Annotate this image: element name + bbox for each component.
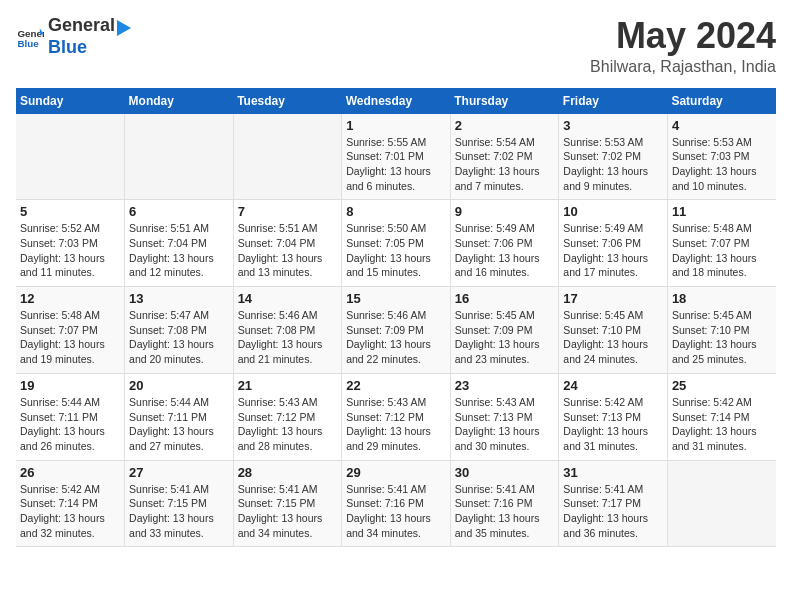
day-number: 12 bbox=[20, 291, 120, 306]
day-cell: 23Sunrise: 5:43 AM Sunset: 7:13 PM Dayli… bbox=[450, 373, 559, 460]
day-cell: 31Sunrise: 5:41 AM Sunset: 7:17 PM Dayli… bbox=[559, 460, 668, 547]
day-info: Sunrise: 5:53 AM Sunset: 7:02 PM Dayligh… bbox=[563, 135, 663, 194]
day-cell: 13Sunrise: 5:47 AM Sunset: 7:08 PM Dayli… bbox=[125, 287, 234, 374]
day-info: Sunrise: 5:52 AM Sunset: 7:03 PM Dayligh… bbox=[20, 221, 120, 280]
day-cell: 10Sunrise: 5:49 AM Sunset: 7:06 PM Dayli… bbox=[559, 200, 668, 287]
day-cell: 27Sunrise: 5:41 AM Sunset: 7:15 PM Dayli… bbox=[125, 460, 234, 547]
day-cell: 14Sunrise: 5:46 AM Sunset: 7:08 PM Dayli… bbox=[233, 287, 342, 374]
day-cell: 1Sunrise: 5:55 AM Sunset: 7:01 PM Daylig… bbox=[342, 114, 451, 200]
day-cell bbox=[125, 114, 234, 200]
day-number: 3 bbox=[563, 118, 663, 133]
day-info: Sunrise: 5:54 AM Sunset: 7:02 PM Dayligh… bbox=[455, 135, 555, 194]
logo-text-blue: Blue bbox=[48, 38, 133, 58]
day-info: Sunrise: 5:43 AM Sunset: 7:13 PM Dayligh… bbox=[455, 395, 555, 454]
day-cell: 21Sunrise: 5:43 AM Sunset: 7:12 PM Dayli… bbox=[233, 373, 342, 460]
day-cell bbox=[233, 114, 342, 200]
day-info: Sunrise: 5:46 AM Sunset: 7:08 PM Dayligh… bbox=[238, 308, 338, 367]
day-cell: 26Sunrise: 5:42 AM Sunset: 7:14 PM Dayli… bbox=[16, 460, 125, 547]
day-number: 8 bbox=[346, 204, 446, 219]
day-info: Sunrise: 5:51 AM Sunset: 7:04 PM Dayligh… bbox=[238, 221, 338, 280]
subtitle: Bhilwara, Rajasthan, India bbox=[590, 58, 776, 76]
day-info: Sunrise: 5:41 AM Sunset: 7:15 PM Dayligh… bbox=[129, 482, 229, 541]
day-number: 15 bbox=[346, 291, 446, 306]
day-number: 16 bbox=[455, 291, 555, 306]
day-cell: 18Sunrise: 5:45 AM Sunset: 7:10 PM Dayli… bbox=[667, 287, 776, 374]
header: General Blue General Blue May 2024 Bhilw… bbox=[16, 16, 776, 76]
day-number: 6 bbox=[129, 204, 229, 219]
day-cell: 2Sunrise: 5:54 AM Sunset: 7:02 PM Daylig… bbox=[450, 114, 559, 200]
day-info: Sunrise: 5:49 AM Sunset: 7:06 PM Dayligh… bbox=[455, 221, 555, 280]
day-info: Sunrise: 5:44 AM Sunset: 7:11 PM Dayligh… bbox=[129, 395, 229, 454]
svg-text:Blue: Blue bbox=[17, 38, 39, 49]
logo: General Blue General Blue bbox=[16, 16, 133, 58]
day-cell: 15Sunrise: 5:46 AM Sunset: 7:09 PM Dayli… bbox=[342, 287, 451, 374]
day-number: 24 bbox=[563, 378, 663, 393]
week-row-4: 19Sunrise: 5:44 AM Sunset: 7:11 PM Dayli… bbox=[16, 373, 776, 460]
day-cell: 5Sunrise: 5:52 AM Sunset: 7:03 PM Daylig… bbox=[16, 200, 125, 287]
day-info: Sunrise: 5:45 AM Sunset: 7:10 PM Dayligh… bbox=[672, 308, 772, 367]
day-number: 4 bbox=[672, 118, 772, 133]
day-number: 20 bbox=[129, 378, 229, 393]
day-number: 13 bbox=[129, 291, 229, 306]
day-info: Sunrise: 5:46 AM Sunset: 7:09 PM Dayligh… bbox=[346, 308, 446, 367]
day-cell: 4Sunrise: 5:53 AM Sunset: 7:03 PM Daylig… bbox=[667, 114, 776, 200]
column-header-tuesday: Tuesday bbox=[233, 88, 342, 114]
day-cell: 16Sunrise: 5:45 AM Sunset: 7:09 PM Dayli… bbox=[450, 287, 559, 374]
day-info: Sunrise: 5:48 AM Sunset: 7:07 PM Dayligh… bbox=[20, 308, 120, 367]
day-info: Sunrise: 5:51 AM Sunset: 7:04 PM Dayligh… bbox=[129, 221, 229, 280]
day-info: Sunrise: 5:43 AM Sunset: 7:12 PM Dayligh… bbox=[238, 395, 338, 454]
day-cell: 11Sunrise: 5:48 AM Sunset: 7:07 PM Dayli… bbox=[667, 200, 776, 287]
column-header-wednesday: Wednesday bbox=[342, 88, 451, 114]
day-cell: 20Sunrise: 5:44 AM Sunset: 7:11 PM Dayli… bbox=[125, 373, 234, 460]
day-number: 18 bbox=[672, 291, 772, 306]
day-info: Sunrise: 5:41 AM Sunset: 7:17 PM Dayligh… bbox=[563, 482, 663, 541]
day-number: 22 bbox=[346, 378, 446, 393]
day-cell: 12Sunrise: 5:48 AM Sunset: 7:07 PM Dayli… bbox=[16, 287, 125, 374]
day-number: 21 bbox=[238, 378, 338, 393]
day-info: Sunrise: 5:42 AM Sunset: 7:14 PM Dayligh… bbox=[672, 395, 772, 454]
day-number: 5 bbox=[20, 204, 120, 219]
column-header-saturday: Saturday bbox=[667, 88, 776, 114]
day-info: Sunrise: 5:43 AM Sunset: 7:12 PM Dayligh… bbox=[346, 395, 446, 454]
day-number: 14 bbox=[238, 291, 338, 306]
day-number: 2 bbox=[455, 118, 555, 133]
day-cell: 28Sunrise: 5:41 AM Sunset: 7:15 PM Dayli… bbox=[233, 460, 342, 547]
day-info: Sunrise: 5:45 AM Sunset: 7:10 PM Dayligh… bbox=[563, 308, 663, 367]
day-number: 26 bbox=[20, 465, 120, 480]
day-number: 28 bbox=[238, 465, 338, 480]
day-info: Sunrise: 5:49 AM Sunset: 7:06 PM Dayligh… bbox=[563, 221, 663, 280]
day-info: Sunrise: 5:50 AM Sunset: 7:05 PM Dayligh… bbox=[346, 221, 446, 280]
week-row-1: 1Sunrise: 5:55 AM Sunset: 7:01 PM Daylig… bbox=[16, 114, 776, 200]
day-number: 17 bbox=[563, 291, 663, 306]
day-number: 25 bbox=[672, 378, 772, 393]
main-title: May 2024 bbox=[590, 16, 776, 56]
day-info: Sunrise: 5:44 AM Sunset: 7:11 PM Dayligh… bbox=[20, 395, 120, 454]
day-cell: 17Sunrise: 5:45 AM Sunset: 7:10 PM Dayli… bbox=[559, 287, 668, 374]
column-header-sunday: Sunday bbox=[16, 88, 125, 114]
day-info: Sunrise: 5:53 AM Sunset: 7:03 PM Dayligh… bbox=[672, 135, 772, 194]
day-info: Sunrise: 5:55 AM Sunset: 7:01 PM Dayligh… bbox=[346, 135, 446, 194]
column-header-monday: Monday bbox=[125, 88, 234, 114]
day-info: Sunrise: 5:41 AM Sunset: 7:15 PM Dayligh… bbox=[238, 482, 338, 541]
day-cell: 22Sunrise: 5:43 AM Sunset: 7:12 PM Dayli… bbox=[342, 373, 451, 460]
day-number: 19 bbox=[20, 378, 120, 393]
day-cell: 29Sunrise: 5:41 AM Sunset: 7:16 PM Dayli… bbox=[342, 460, 451, 547]
day-number: 10 bbox=[563, 204, 663, 219]
day-info: Sunrise: 5:41 AM Sunset: 7:16 PM Dayligh… bbox=[346, 482, 446, 541]
day-number: 7 bbox=[238, 204, 338, 219]
logo-icon: General Blue bbox=[16, 23, 44, 51]
calendar-table: SundayMondayTuesdayWednesdayThursdayFrid… bbox=[16, 88, 776, 548]
week-row-5: 26Sunrise: 5:42 AM Sunset: 7:14 PM Dayli… bbox=[16, 460, 776, 547]
day-info: Sunrise: 5:48 AM Sunset: 7:07 PM Dayligh… bbox=[672, 221, 772, 280]
day-number: 29 bbox=[346, 465, 446, 480]
day-cell: 30Sunrise: 5:41 AM Sunset: 7:16 PM Dayli… bbox=[450, 460, 559, 547]
logo-text-general: General bbox=[48, 16, 115, 38]
day-number: 9 bbox=[455, 204, 555, 219]
week-row-2: 5Sunrise: 5:52 AM Sunset: 7:03 PM Daylig… bbox=[16, 200, 776, 287]
logo-arrow-icon bbox=[115, 18, 133, 38]
svg-marker-3 bbox=[117, 20, 131, 36]
day-number: 1 bbox=[346, 118, 446, 133]
day-cell: 19Sunrise: 5:44 AM Sunset: 7:11 PM Dayli… bbox=[16, 373, 125, 460]
day-cell: 9Sunrise: 5:49 AM Sunset: 7:06 PM Daylig… bbox=[450, 200, 559, 287]
day-number: 23 bbox=[455, 378, 555, 393]
